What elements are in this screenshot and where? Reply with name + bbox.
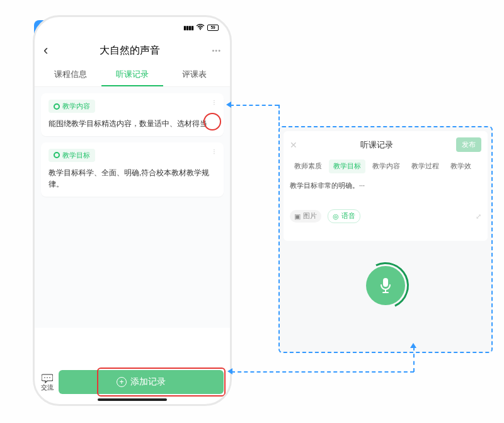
- chip-teach-content[interactable]: 教学内容: [368, 159, 404, 173]
- card-body: 能围绕教学目标精选内容，数量适中、选材得当: [49, 118, 216, 130]
- connector-line: [231, 371, 414, 373]
- phone-frame: ▮▮▮▮ 59 ‹ 大自然的声音 ••• 课程信息 听课记录 评课表 教学内容 …: [33, 15, 232, 406]
- chat-button[interactable]: 交流: [41, 373, 54, 391]
- editor-card: ✕ 听课记录 发布 教师素质 教学目标 教学内容 教学过程 教学效 教学目标非常…: [284, 131, 488, 241]
- arrow-left-icon: [226, 101, 231, 108]
- connector-line: [230, 105, 278, 106]
- expand-icon[interactable]: ⤢: [476, 212, 481, 221]
- voice-icon: ◎: [333, 212, 339, 220]
- chat-icon: [42, 373, 53, 383]
- card-tag: 教学目标: [49, 149, 95, 162]
- chip-teacher-quality[interactable]: 教师素质: [290, 159, 326, 173]
- attachment-row: ▣图片 ◎语音 ⤢: [290, 209, 481, 223]
- back-icon[interactable]: ‹: [43, 42, 48, 59]
- chip-teach-process[interactable]: 教学过程: [407, 159, 444, 173]
- record-card[interactable]: 教学目标 ··· 教学目标科学、全面、明确,符合校本教材教学规律。: [41, 142, 224, 197]
- battery-icon: 59: [207, 25, 219, 31]
- plus-circle-icon: +: [117, 377, 127, 387]
- publish-button[interactable]: 发布: [456, 137, 481, 152]
- connector-line: [278, 105, 280, 126]
- card-more-icon[interactable]: ···: [210, 100, 219, 105]
- record-feed: 教学内容 ··· 能围绕教学目标精选内容，数量适中、选材得当 教学目标 ··· …: [35, 87, 230, 328]
- editor-header: ✕ 听课记录 发布: [290, 137, 481, 152]
- page-header: ‹ 大自然的声音 •••: [35, 38, 230, 62]
- header-more-icon[interactable]: •••: [212, 47, 221, 54]
- page-title: 大自然的声音: [48, 44, 212, 57]
- card-more-icon[interactable]: ···: [210, 149, 219, 154]
- chip-teach-goal[interactable]: 教学目标: [329, 159, 365, 173]
- tab-review-form[interactable]: 评课表: [163, 62, 225, 86]
- svg-point-1: [44, 377, 45, 378]
- arrow-up-icon: [410, 343, 416, 348]
- mic-button[interactable]: [366, 266, 405, 305]
- editor-textarea[interactable]: 教学目标非常的明确。···: [290, 181, 481, 190]
- add-record-button[interactable]: + 添加记录: [59, 370, 224, 394]
- signal-icon: ▮▮▮▮: [183, 25, 193, 31]
- tab-listen-record[interactable]: 听课记录: [101, 62, 163, 86]
- attach-image-button[interactable]: ▣图片: [290, 210, 321, 223]
- tag-dot-icon: [54, 103, 60, 110]
- card-tag: 教学内容: [49, 100, 95, 113]
- svg-point-0: [200, 29, 201, 30]
- tag-dot-icon: [54, 152, 60, 158]
- connector-line: [413, 347, 415, 372]
- arrow-left-icon: [227, 368, 232, 374]
- svg-point-2: [47, 377, 48, 378]
- editor-panel: ✕ 听课记录 发布 教师素质 教学目标 教学内容 教学过程 教学效 教学目标非常…: [278, 126, 493, 353]
- image-icon: ▣: [294, 212, 301, 220]
- tabs: 课程信息 听课记录 评课表: [35, 62, 230, 87]
- home-indicator: [98, 398, 167, 401]
- card-body: 教学目标科学、全面、明确,符合校本教材教学规律。: [49, 167, 216, 190]
- annotation-circle: [203, 113, 221, 130]
- attach-voice-button[interactable]: ◎语音: [328, 209, 360, 223]
- close-icon[interactable]: ✕: [290, 140, 297, 150]
- chip-teach-effect[interactable]: 教学效: [446, 159, 476, 173]
- mic-ring-icon: [356, 256, 416, 316]
- tab-course-info[interactable]: 课程信息: [40, 62, 101, 86]
- mic-area: [284, 266, 488, 305]
- dimension-chips: 教师素质 教学目标 教学内容 教学过程 教学效: [290, 159, 481, 173]
- wifi-icon: [196, 23, 205, 32]
- record-card[interactable]: 教学内容 ··· 能围绕教学目标精选内容，数量适中、选材得当: [41, 93, 224, 136]
- editor-title: 听课记录: [297, 139, 456, 151]
- status-bar: ▮▮▮▮ 59: [35, 17, 230, 38]
- svg-point-3: [49, 377, 50, 378]
- bottom-bar: 交流 + 添加记录: [35, 370, 230, 394]
